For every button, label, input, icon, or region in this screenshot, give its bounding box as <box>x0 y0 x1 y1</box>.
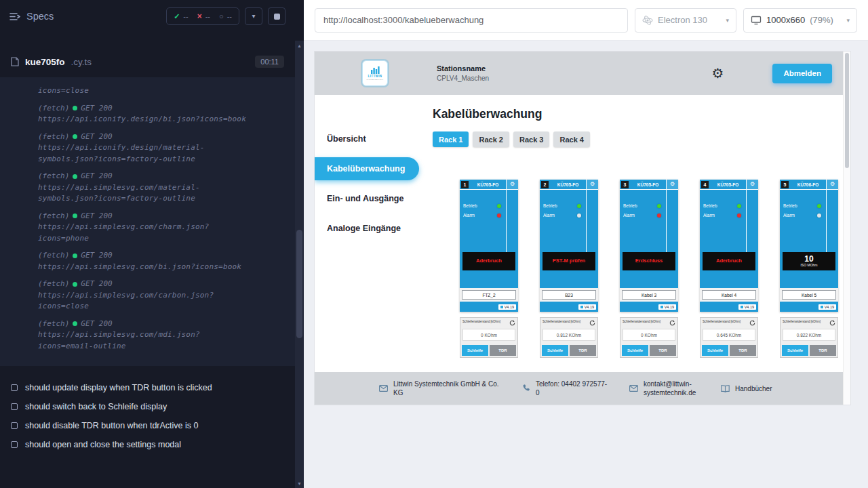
network-log-entry[interactable]: icons=close <box>38 85 284 97</box>
test-item[interactable]: should switch back to Schleife display <box>11 397 284 416</box>
betrieb-led <box>497 204 501 208</box>
cable-name-field[interactable]: Kabel 4 <box>702 290 756 300</box>
logo-subtext: SYSTEMTECHNIK <box>366 79 383 81</box>
cypress-reporter-panel: Specs ✓ -- × -- ○ -- <box>0 0 304 488</box>
tdr-button[interactable]: TDR <box>570 345 596 356</box>
device-gear-icon[interactable]: ⚙ <box>586 180 598 189</box>
schleife-button[interactable]: Schleife <box>622 345 648 356</box>
logout-button[interactable]: Abmelden <box>772 64 832 83</box>
tab-rack-4[interactable]: Rack 4 <box>553 131 589 147</box>
app-header: LITTWIN SYSTEMTECHNIK Stationsname CPLV4… <box>315 52 843 95</box>
tdr-button[interactable]: TDR <box>650 345 676 356</box>
schleife-button[interactable]: Schleife <box>702 345 728 356</box>
tdr-button[interactable]: TDR <box>810 345 836 356</box>
browser-select[interactable]: Electron 130 ▾ <box>635 8 736 33</box>
sidebar-item-analoge-eingaenge[interactable]: Analoge Eingänge <box>315 217 419 240</box>
device-gear-icon[interactable]: ⚙ <box>506 180 518 189</box>
spec-file-row[interactable]: kue705fo .cy.ts 00:11 <box>0 50 295 73</box>
reporter-scrollbar[interactable]: ▲ ▼ <box>295 41 304 488</box>
collapse-button[interactable]: ▾ <box>245 7 262 25</box>
scroll-down-icon[interactable]: ▼ <box>297 479 302 488</box>
footer-manuals[interactable]: Handbücher <box>721 384 772 393</box>
slot-number-badge: 3 <box>621 181 629 188</box>
network-log-entry[interactable]: (fetch) GET 200 https://api.iconify.desi… <box>38 103 284 125</box>
spec-file-icon <box>11 57 19 66</box>
tab-rack-2[interactable]: Rack 2 <box>473 131 509 147</box>
firmware-version: V4.19 <box>658 304 676 310</box>
app-footer: Littwin Systemtechnik GmbH & Co. KG Tele… <box>315 372 843 405</box>
measurement-label: Schleifenwiderstand [kOhm] <box>623 320 663 324</box>
station-name: CPLV4_Maschen <box>437 75 489 82</box>
app-scrollbar[interactable] <box>843 52 850 405</box>
schleife-button[interactable]: Schleife <box>782 345 808 356</box>
device-front: 5 KÜ706-FO ⚙ Betrieb Alarm <box>780 180 838 312</box>
measurement-panel: Schleifenwiderstand [kOhm] 0.645 KOhm Sc… <box>700 317 758 358</box>
network-log-entry[interactable]: (fetch) GET 200 https://api.simplesvg.co… <box>38 319 284 352</box>
browser-url-bar: http://localhost:3000/kabelueberwachung … <box>304 0 868 41</box>
cable-name-field[interactable]: Kabel 5 <box>782 290 836 300</box>
chevron-down-icon: ▾ <box>252 13 255 20</box>
firmware-version: V4.19 <box>738 304 756 310</box>
test-list: should update display when TDR button is… <box>0 378 295 454</box>
device-gear-icon[interactable]: ⚙ <box>666 180 678 189</box>
viewport-select[interactable]: 1000x660 (79%) ▾ <box>743 8 857 33</box>
cable-name-field[interactable]: Kabel 3 <box>622 290 676 300</box>
tab-rack-3[interactable]: Rack 3 <box>513 131 549 147</box>
tab-rack-1[interactable]: Rack 1 <box>433 131 469 147</box>
specs-menu-button[interactable]: Specs <box>9 11 54 22</box>
stop-icon <box>274 14 280 20</box>
sidebar-item-uebersicht[interactable]: Übersicht <box>315 127 419 150</box>
viewport-size: 1000x660 <box>766 15 805 25</box>
status-ok-dot-icon <box>73 214 77 218</box>
refresh-icon[interactable] <box>509 320 515 326</box>
app-scrollbar-thumb[interactable] <box>845 53 849 168</box>
refresh-icon[interactable] <box>749 320 755 326</box>
firmware-version: V4.19 <box>498 304 516 310</box>
network-log-entry[interactable]: (fetch) GET 200 https://api.simplesvg.co… <box>38 250 284 272</box>
footer-company[interactable]: Littwin Systemtechnik GmbH & Co. KG <box>379 380 502 397</box>
refresh-icon[interactable] <box>669 320 675 326</box>
scrollbar-track[interactable] <box>295 50 304 479</box>
network-log-entry[interactable]: (fetch) GET 200 https://api.simplesvg.co… <box>38 279 284 312</box>
test-item[interactable]: should disable TDR button when tdrActive… <box>11 416 284 435</box>
stat-passed: ✓ -- <box>174 12 189 21</box>
chevron-down-icon: ▾ <box>726 17 729 24</box>
test-state-icon <box>11 403 18 410</box>
scrollbar-thumb[interactable] <box>296 230 302 338</box>
cable-name-field[interactable]: B23 <box>542 290 596 300</box>
firmware-version: V4.19 <box>578 304 596 310</box>
alarm-led <box>737 214 741 218</box>
cable-name-field[interactable]: FTZ_2 <box>462 290 516 300</box>
device-gear-icon[interactable]: ⚙ <box>826 180 838 189</box>
alarm-label: Alarm <box>463 213 475 218</box>
refresh-icon[interactable] <box>829 320 835 326</box>
network-log-entry[interactable]: (fetch) GET 200 https://api.simplesvg.co… <box>38 171 284 205</box>
sidebar-item-ein-und-ausgaenge[interactable]: Ein- und Ausgänge <box>315 187 419 210</box>
test-item[interactable]: should open and close the settings modal <box>11 435 284 454</box>
tdr-button[interactable]: TDR <box>490 345 516 356</box>
app-main: Kabelüberwachung Rack 1 Rack 2 Rack 3 Ra… <box>419 95 843 372</box>
footer-email[interactable]: kontakt@littwin-systemtechnik.de <box>629 380 701 397</box>
sidebar-item-kabelueberwachung[interactable]: Kabelüberwachung <box>315 157 419 180</box>
network-log-entry[interactable]: (fetch) GET 200 https://api.simplesvg.co… <box>38 211 284 245</box>
rack-tabs: Rack 1 Rack 2 Rack 3 Rack 4 <box>433 131 843 147</box>
scroll-up-icon[interactable]: ▲ <box>297 41 302 50</box>
slot-number-badge: 4 <box>701 181 709 188</box>
refresh-icon[interactable] <box>589 320 595 326</box>
measurement-value: 0 KOhm <box>623 329 675 341</box>
network-log-entry[interactable]: (fetch) GET 200 https://api.iconify.desi… <box>38 131 284 165</box>
schleife-button[interactable]: Schleife <box>462 345 488 356</box>
measurement-panel: Schleifenwiderstand [kOhm] 0 KOhm Schlei… <box>460 317 518 358</box>
device-gear-icon[interactable]: ⚙ <box>746 180 758 189</box>
alarm-led <box>817 214 821 218</box>
schleife-button[interactable]: Schleife <box>542 345 568 356</box>
settings-gear-icon[interactable]: ⚙ <box>711 66 724 80</box>
tdr-button[interactable]: TDR <box>730 345 756 356</box>
footer-phone[interactable]: Telefon: 04402 972577-0 <box>522 380 609 397</box>
betrieb-label: Betrieb <box>703 203 717 208</box>
app-body: Übersicht Kabelüberwachung Ein- und Ausg… <box>315 95 843 372</box>
spec-run-time: 00:11 <box>255 56 284 68</box>
test-item[interactable]: should update display when TDR button is… <box>11 378 284 397</box>
stop-run-button[interactable] <box>268 7 285 25</box>
url-input[interactable]: http://localhost:3000/kabelueberwachung <box>315 8 628 33</box>
